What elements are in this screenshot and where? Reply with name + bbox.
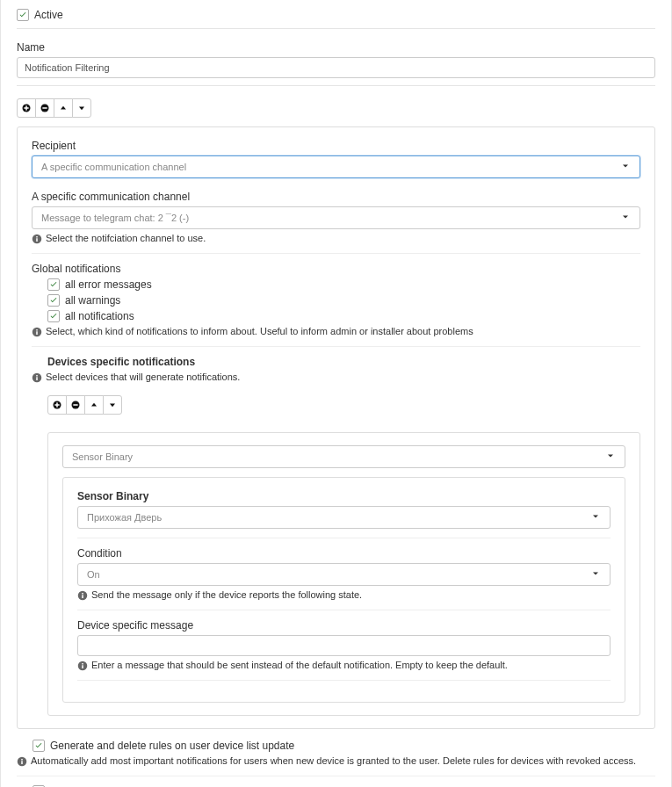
- info-icon: [32, 372, 42, 383]
- global-label: Global notifications: [32, 263, 640, 275]
- gen-rules-row: Generate and delete rules on user device…: [17, 740, 655, 752]
- svg-rect-10: [36, 329, 38, 331]
- recipient-label: Recipient: [32, 140, 640, 152]
- sensor-title: Sensor Binary: [77, 490, 611, 502]
- svg-rect-27: [21, 759, 23, 761]
- condition-select[interactable]: On: [77, 563, 611, 586]
- svg-rect-23: [82, 665, 83, 668]
- svg-rect-21: [82, 593, 83, 595]
- remove-button[interactable]: [66, 395, 85, 415]
- gen-rules-help: Automatically add most important notific…: [31, 755, 636, 766]
- move-up-button[interactable]: [84, 395, 104, 415]
- channel-help: Select the notifciation channel to use.: [46, 233, 206, 243]
- global-item-row: all notifications: [47, 310, 640, 322]
- chevron-down-icon: [620, 161, 631, 173]
- svg-rect-2: [24, 107, 28, 109]
- divider: [17, 28, 655, 29]
- global-notifications-checkbox[interactable]: [47, 310, 60, 322]
- divider: [77, 538, 611, 538]
- divider: [32, 253, 640, 254]
- svg-rect-9: [36, 331, 38, 335]
- svg-rect-24: [82, 663, 83, 665]
- active-checkbox-row: Active: [17, 9, 655, 21]
- channel-selected: Message to telegram chat: 2 ¯2 (-): [41, 213, 189, 223]
- global-notifications-label: all notifications: [65, 310, 134, 322]
- chevron-down-icon: [605, 451, 616, 463]
- divider: [77, 610, 611, 610]
- chevron-down-icon: [620, 212, 631, 224]
- sensor-device-select[interactable]: Прихожая Дверь: [77, 506, 611, 529]
- devices-help: Select devices that will generate notifi…: [46, 372, 240, 382]
- info-icon: [32, 234, 42, 244]
- add-button[interactable]: [47, 395, 67, 415]
- add-button[interactable]: [17, 98, 36, 118]
- info-icon: [77, 590, 88, 601]
- move-down-button[interactable]: [103, 395, 122, 415]
- global-item-row: all error messages: [47, 278, 640, 291]
- gen-rules-checkbox[interactable]: [33, 740, 45, 752]
- chevron-down-icon: [590, 511, 601, 523]
- info-icon: [17, 756, 27, 767]
- condition-label: Condition: [77, 547, 611, 560]
- move-down-button[interactable]: [72, 98, 91, 118]
- channel-select[interactable]: Message to telegram chat: 2 ¯2 (-): [32, 206, 640, 229]
- global-error-label: all error messages: [65, 278, 152, 291]
- svg-rect-6: [36, 238, 38, 242]
- list-controls: [17, 98, 91, 118]
- active-label: Active: [34, 9, 63, 21]
- global-item-row: all warnings: [47, 294, 640, 307]
- devices-label: Devices specific notifications: [47, 356, 640, 368]
- svg-rect-13: [36, 375, 38, 377]
- device-type-select[interactable]: Sensor Binary: [62, 445, 625, 468]
- device-msg-help: Enter a message that should be sent inst…: [91, 660, 508, 670]
- global-warnings-label: all warnings: [65, 294, 120, 307]
- divider: [17, 85, 655, 86]
- condition-selected: On: [87, 569, 100, 580]
- svg-rect-18: [73, 404, 77, 406]
- svg-rect-26: [21, 761, 23, 764]
- info-icon: [77, 661, 88, 671]
- sensor-panel: Sensor Binary Прихожая Дверь Condition O…: [62, 477, 625, 703]
- info-icon: [32, 327, 42, 337]
- svg-rect-12: [36, 377, 38, 380]
- svg-rect-7: [36, 236, 38, 238]
- move-up-button[interactable]: [54, 98, 73, 118]
- name-input[interactable]: [17, 57, 655, 78]
- sensor-device-selected: Прихожая Дверь: [87, 512, 162, 523]
- svg-rect-16: [54, 404, 59, 406]
- condition-help: Send the message only if the device repo…: [91, 589, 362, 600]
- divider: [32, 346, 640, 347]
- global-help: Select, which kind of notifications to i…: [46, 326, 473, 336]
- svg-rect-20: [82, 595, 83, 598]
- active-checkbox[interactable]: [17, 9, 29, 21]
- device-list-controls: [47, 395, 122, 415]
- remove-button[interactable]: [35, 98, 54, 118]
- device-msg-input[interactable]: [77, 635, 611, 656]
- chevron-down-icon: [590, 568, 601, 581]
- divider: [17, 776, 655, 776]
- name-label: Name: [17, 41, 655, 54]
- device-type-selected: Sensor Binary: [72, 451, 133, 462]
- svg-rect-4: [42, 107, 47, 109]
- channel-label: A specific communication channel: [32, 191, 640, 203]
- gen-rules-label: Generate and delete rules on user device…: [50, 740, 294, 752]
- recipient-panel: Recipient A specific communication chann…: [17, 126, 655, 729]
- recipient-select[interactable]: A specific communication channel: [32, 155, 640, 178]
- device-msg-label: Device specific message: [77, 619, 611, 632]
- recipient-selected: A specific communication channel: [41, 162, 186, 172]
- device-panel: Sensor Binary Sensor Binary Прихожая Две…: [47, 432, 640, 716]
- global-warnings-checkbox[interactable]: [47, 294, 60, 307]
- divider: [77, 680, 611, 681]
- global-error-checkbox[interactable]: [47, 278, 60, 291]
